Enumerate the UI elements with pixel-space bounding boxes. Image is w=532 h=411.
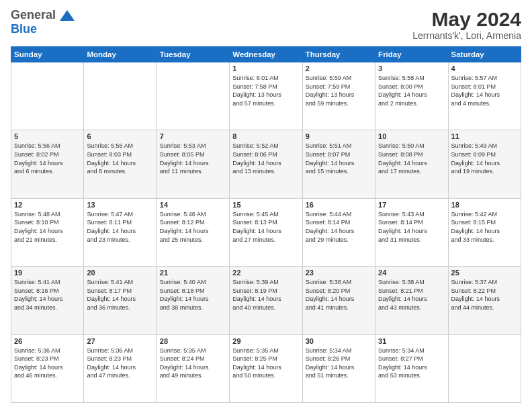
calendar-header-row: SundayMondayTuesdayWednesdayThursdayFrid… (11, 47, 521, 62)
calendar-day-cell: 8Sunrise: 5:52 AMSunset: 8:06 PMDaylight… (230, 130, 302, 198)
calendar-day-cell: 2Sunrise: 5:59 AMSunset: 7:59 PMDaylight… (302, 62, 375, 130)
day-info: Sunrise: 5:42 AMSunset: 8:15 PMDaylight:… (451, 210, 518, 244)
logo-general: General (11, 8, 56, 21)
calendar-day-cell: 19Sunrise: 5:41 AMSunset: 8:16 PMDayligh… (11, 267, 84, 334)
calendar-week-row: 5Sunrise: 5:56 AMSunset: 8:02 PMDaylight… (11, 130, 521, 198)
day-info: Sunrise: 5:58 AMSunset: 8:00 PMDaylight:… (378, 74, 445, 107)
day-number: 11 (451, 132, 518, 140)
calendar-day-cell: 23Sunrise: 5:38 AMSunset: 8:20 PMDayligh… (302, 267, 375, 334)
day-number: 7 (160, 132, 226, 140)
day-number: 19 (14, 269, 81, 277)
day-info: Sunrise: 5:38 AMSunset: 8:21 PMDaylight:… (378, 278, 445, 312)
day-number: 3 (378, 64, 445, 73)
calendar-week-row: 26Sunrise: 5:36 AMSunset: 8:23 PMDayligh… (11, 334, 521, 402)
day-number: 26 (14, 337, 81, 345)
page: General Blue May 2024 Lerrnants'k', Lori… (0, 0, 532, 411)
logo-icon (60, 9, 75, 22)
day-info: Sunrise: 5:46 AMSunset: 8:12 PMDaylight:… (160, 210, 226, 244)
calendar-day-cell: 24Sunrise: 5:38 AMSunset: 8:21 PMDayligh… (375, 267, 448, 334)
day-number: 9 (306, 132, 372, 140)
calendar-header-cell: Thursday (302, 47, 375, 62)
calendar-day-cell: 6Sunrise: 5:55 AMSunset: 8:03 PMDaylight… (84, 130, 157, 198)
day-info: Sunrise: 5:44 AMSunset: 8:14 PMDaylight:… (306, 210, 372, 244)
day-info: Sunrise: 5:34 AMSunset: 8:26 PMDaylight:… (306, 347, 372, 380)
day-info: Sunrise: 5:51 AMSunset: 8:07 PMDaylight:… (306, 142, 372, 175)
calendar-day-cell: 9Sunrise: 5:51 AMSunset: 8:07 PMDaylight… (302, 130, 375, 198)
day-info: Sunrise: 5:39 AMSunset: 8:19 PMDaylight:… (232, 278, 299, 312)
calendar-day-cell: 25Sunrise: 5:37 AMSunset: 8:22 PMDayligh… (448, 267, 521, 334)
calendar-day-cell: 27Sunrise: 5:36 AMSunset: 8:23 PMDayligh… (84, 334, 157, 402)
calendar-header-cell: Saturday (448, 47, 521, 62)
day-info: Sunrise: 5:40 AMSunset: 8:18 PMDaylight:… (160, 278, 226, 312)
day-number: 23 (306, 269, 372, 277)
day-number: 6 (87, 132, 153, 140)
svg-marker-0 (60, 10, 75, 21)
day-info: Sunrise: 5:49 AMSunset: 8:09 PMDaylight:… (451, 142, 518, 175)
day-number: 24 (378, 269, 445, 277)
day-number: 21 (160, 269, 226, 277)
logo-blue: Blue (11, 22, 75, 36)
day-number: 14 (160, 201, 226, 209)
day-info: Sunrise: 5:48 AMSunset: 8:10 PMDaylight:… (14, 210, 81, 244)
calendar-day-cell: 4Sunrise: 5:57 AMSunset: 8:01 PMDaylight… (448, 62, 521, 130)
day-number: 13 (87, 201, 153, 209)
calendar-day-cell: 12Sunrise: 5:48 AMSunset: 8:10 PMDayligh… (11, 198, 84, 266)
day-number: 12 (14, 201, 81, 209)
main-title: May 2024 (412, 8, 521, 30)
day-info: Sunrise: 5:36 AMSunset: 8:23 PMDaylight:… (87, 347, 153, 380)
calendar-day-cell: 29Sunrise: 5:35 AMSunset: 8:25 PMDayligh… (230, 334, 302, 402)
calendar-day-cell (84, 62, 157, 130)
calendar-header-cell: Sunday (11, 47, 84, 62)
day-number: 22 (232, 269, 299, 277)
day-number: 1 (232, 64, 299, 73)
title-section: May 2024 Lerrnants'k', Lori, Armenia (412, 8, 521, 41)
day-number: 17 (378, 201, 445, 209)
calendar-day-cell: 5Sunrise: 5:56 AMSunset: 8:02 PMDaylight… (11, 130, 84, 198)
calendar-body: 1Sunrise: 6:01 AMSunset: 7:58 PMDaylight… (11, 62, 521, 403)
day-number: 4 (451, 64, 518, 73)
day-number: 16 (306, 201, 372, 209)
day-info: Sunrise: 5:37 AMSunset: 8:22 PMDaylight:… (451, 278, 518, 312)
day-info: Sunrise: 5:43 AMSunset: 8:14 PMDaylight:… (378, 210, 445, 244)
calendar-day-cell: 10Sunrise: 5:50 AMSunset: 8:08 PMDayligh… (375, 130, 448, 198)
calendar-day-cell: 22Sunrise: 5:39 AMSunset: 8:19 PMDayligh… (230, 267, 302, 334)
day-info: Sunrise: 5:35 AMSunset: 8:25 PMDaylight:… (232, 347, 299, 380)
day-info: Sunrise: 5:56 AMSunset: 8:02 PMDaylight:… (14, 142, 81, 175)
calendar-day-cell: 17Sunrise: 5:43 AMSunset: 8:14 PMDayligh… (375, 198, 448, 266)
day-info: Sunrise: 5:59 AMSunset: 7:59 PMDaylight:… (306, 74, 372, 107)
day-number: 10 (378, 132, 445, 140)
day-number: 30 (306, 337, 372, 345)
day-info: Sunrise: 5:53 AMSunset: 8:05 PMDaylight:… (160, 142, 226, 175)
calendar-week-row: 1Sunrise: 6:01 AMSunset: 7:58 PMDaylight… (11, 62, 521, 130)
day-number: 28 (160, 337, 226, 345)
calendar-day-cell: 13Sunrise: 5:47 AMSunset: 8:11 PMDayligh… (84, 198, 157, 266)
logo-text: General (11, 8, 75, 22)
calendar-week-row: 19Sunrise: 5:41 AMSunset: 8:16 PMDayligh… (11, 267, 521, 334)
calendar-week-row: 12Sunrise: 5:48 AMSunset: 8:10 PMDayligh… (11, 198, 521, 266)
calendar-day-cell (157, 62, 229, 130)
calendar-day-cell: 18Sunrise: 5:42 AMSunset: 8:15 PMDayligh… (448, 198, 521, 266)
day-number: 25 (451, 269, 518, 277)
subtitle: Lerrnants'k', Lori, Armenia (412, 30, 521, 41)
day-number: 8 (232, 132, 299, 140)
calendar-day-cell: 20Sunrise: 5:41 AMSunset: 8:17 PMDayligh… (84, 267, 157, 334)
calendar-day-cell (11, 62, 84, 130)
calendar-header-cell: Monday (84, 47, 157, 62)
day-number: 27 (87, 337, 153, 345)
calendar-day-cell: 16Sunrise: 5:44 AMSunset: 8:14 PMDayligh… (302, 198, 375, 266)
calendar-day-cell: 1Sunrise: 6:01 AMSunset: 7:58 PMDaylight… (230, 62, 302, 130)
calendar-day-cell: 26Sunrise: 5:36 AMSunset: 8:23 PMDayligh… (11, 334, 84, 402)
day-info: Sunrise: 5:38 AMSunset: 8:20 PMDaylight:… (306, 278, 372, 312)
calendar-header-cell: Friday (375, 47, 448, 62)
calendar-day-cell: 15Sunrise: 5:45 AMSunset: 8:13 PMDayligh… (230, 198, 302, 266)
day-info: Sunrise: 6:01 AMSunset: 7:58 PMDaylight:… (232, 74, 299, 107)
day-number: 29 (232, 337, 299, 345)
day-info: Sunrise: 5:45 AMSunset: 8:13 PMDaylight:… (232, 210, 299, 244)
calendar-header-cell: Tuesday (157, 47, 229, 62)
day-number: 31 (378, 337, 445, 345)
calendar-table: SundayMondayTuesdayWednesdayThursdayFrid… (11, 46, 521, 403)
day-number: 5 (14, 132, 81, 140)
day-number: 2 (306, 64, 372, 73)
logo: General Blue (11, 8, 75, 36)
calendar-day-cell (448, 334, 521, 402)
